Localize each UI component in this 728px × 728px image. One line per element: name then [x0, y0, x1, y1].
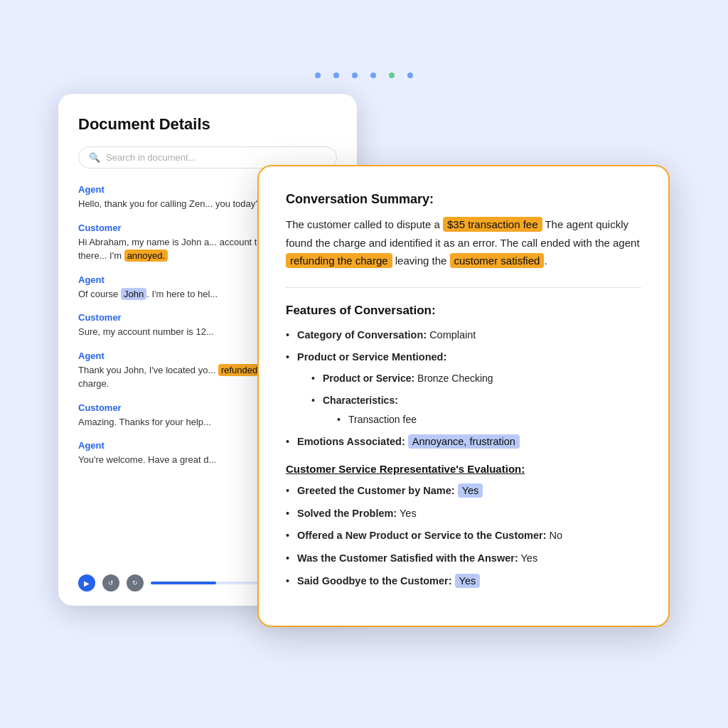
summary-text-after: leaving the	[392, 255, 450, 267]
dot-1	[315, 73, 321, 78]
section-divider	[286, 287, 641, 288]
feature-product-name: Product or Service: Bronze Checking	[311, 371, 641, 386]
eval-goodbye: Said Goodbye to the Customer: Yes	[286, 574, 641, 589]
eval-greeted-label: Greeted the Customer by Name:	[297, 485, 455, 496]
audio-progress-fill	[151, 582, 216, 584]
scene: Document Details 🔍 Search in document...…	[58, 73, 670, 655]
search-icon: 🔍	[89, 152, 100, 163]
eval-solved-label: Solved the Problem:	[297, 508, 397, 519]
eval-solved: Solved the Problem: Yes	[286, 506, 641, 522]
product-name-label: Product or Service:	[323, 373, 414, 384]
highlight-refunding-charge: refunding the charge	[286, 253, 392, 268]
highlight-transaction-fee: $35 transaction fee	[443, 217, 542, 232]
dot-6	[407, 73, 413, 78]
summary-title: Conversation Summary:	[286, 192, 641, 207]
play-button[interactable]: ▶	[78, 574, 95, 592]
features-list: Category of Conversation: Complaint Prod…	[286, 328, 641, 450]
eval-title: Customer Service Representative's Evalua…	[286, 463, 641, 475]
highlight-emotions: Annoyance, frustration	[408, 434, 520, 449]
transaction-fee-value: Transaction fee	[348, 414, 417, 425]
dot-3	[352, 73, 358, 78]
eval-solved-value: Yes	[400, 508, 417, 519]
highlight-customer-satisfied: customer satisfied	[450, 253, 545, 268]
summary-text-before-hl1: The customer called to dispute a	[286, 218, 443, 230]
search-placeholder: Search in document...	[106, 152, 196, 163]
eval-offered-label: Offered a New Product or Service to the …	[297, 530, 547, 541]
emotions-label: Emotions Associated:	[297, 436, 405, 447]
highlight-greeted-yes: Yes	[458, 483, 483, 498]
features-title: Features of Conversation:	[286, 304, 641, 318]
decorative-dots	[315, 73, 413, 78]
eval-goodbye-label: Said Goodbye to the Customer:	[297, 575, 452, 587]
summary-paragraph: The customer called to dispute a $35 tra…	[286, 215, 641, 270]
eval-offered-value: No	[550, 530, 563, 541]
feature-characteristics: Characteristics: Transaction fee	[311, 393, 641, 427]
eval-greeted: Greeted the Customer by Name: Yes	[286, 483, 641, 499]
characteristics-label: Characteristics:	[323, 395, 398, 406]
summary-text-end: .	[544, 255, 547, 267]
feature-category-value: Complaint	[429, 329, 476, 341]
doc-card-title: Document Details	[78, 115, 337, 134]
eval-satisfied-value: Yes	[521, 552, 538, 564]
highlight-refunded: refunded	[218, 364, 260, 376]
highlight-annoyed: annoyed.	[124, 250, 168, 262]
eval-offered: Offered a New Product or Service to the …	[286, 528, 641, 544]
summary-card: Conversation Summary: The customer calle…	[257, 165, 670, 627]
dot-2	[333, 73, 339, 78]
eval-section: Customer Service Representative's Evalua…	[286, 463, 641, 589]
highlight-goodbye-yes: Yes	[455, 574, 481, 588]
feature-category: Category of Conversation: Complaint	[286, 328, 641, 343]
feature-product-label: Product or Service Mentioned:	[297, 351, 446, 363]
product-sub-list: Product or Service: Bronze Checking Char…	[297, 371, 641, 427]
dot-5	[389, 73, 395, 78]
forward-button[interactable]: ↻	[127, 574, 144, 592]
highlight-john: John	[121, 288, 146, 300]
feature-category-label: Category of Conversation:	[297, 329, 427, 341]
characteristics-sub-list: Transaction fee	[323, 412, 641, 427]
eval-satisfied-label: Was the Customer Satisfied with the Answ…	[297, 552, 518, 564]
dot-4	[370, 73, 376, 78]
eval-satisfied: Was the Customer Satisfied with the Answ…	[286, 551, 641, 567]
eval-title-text: Customer Service Representative's Evalua…	[286, 463, 525, 475]
feature-emotions: Emotions Associated: Annoyance, frustrat…	[286, 434, 641, 450]
rewind-button[interactable]: ↺	[102, 574, 119, 592]
eval-list: Greeted the Customer by Name: Yes Solved…	[286, 483, 641, 589]
feature-product: Product or Service Mentioned: Product or…	[286, 350, 641, 427]
product-name-value: Bronze Checking	[417, 373, 493, 384]
characteristic-transaction-fee: Transaction fee	[337, 412, 641, 427]
